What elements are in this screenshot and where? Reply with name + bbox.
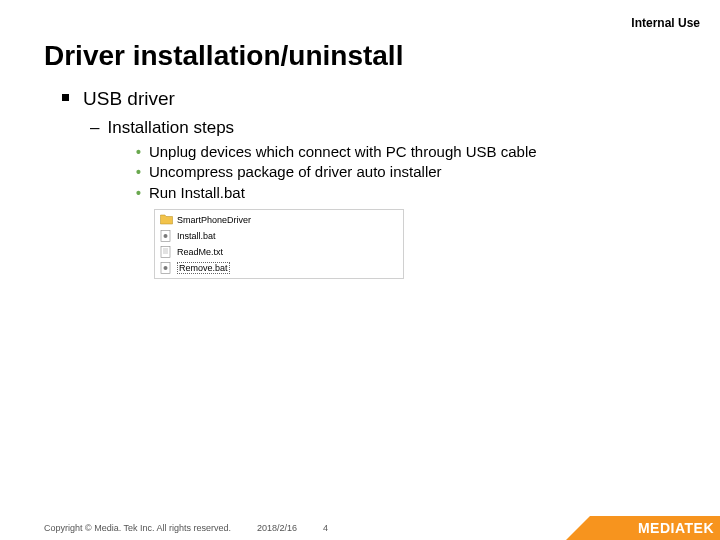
content-area: USB driver –Installation steps •Unplug d… [62,88,690,279]
svg-point-7 [164,266,168,270]
file-listing: SmartPhoneDriver Install.bat ReadMe.txt … [154,209,404,279]
lvl1-text: USB driver [83,88,175,109]
file-row: SmartPhoneDriver [155,212,403,228]
step-text: Uncompress package of driver auto instal… [149,163,442,180]
svg-point-1 [164,234,168,238]
classification-label: Internal Use [631,16,700,30]
file-row: Remove.bat [155,260,403,276]
brand-prefix: MEDIA [638,520,685,536]
dot-bullet-icon: • [136,184,141,203]
footer-date: 2018/2/16 [257,523,297,533]
step-item: •Run Install.bat [136,183,690,203]
bat-file-icon [159,262,173,274]
footer: Copyright © Media. Tek Inc. All rights r… [0,516,720,540]
dot-bullet-icon: • [136,143,141,162]
txt-file-icon [159,246,173,258]
svg-rect-2 [161,246,170,257]
page-title: Driver installation/uninstall [44,40,403,72]
copyright-text: Copyright © Media. Tek Inc. All rights r… [44,523,231,533]
dot-bullet-icon: • [136,163,141,182]
brand-suffix: TEK [685,520,715,536]
folder-icon [159,214,173,226]
step-item: •Unplug devices which connect with PC th… [136,142,690,162]
file-name: Install.bat [177,231,216,241]
bullet-level1: USB driver [62,88,690,110]
footer-left: Copyright © Media. Tek Inc. All rights r… [0,523,590,533]
bullet-level2: –Installation steps [90,118,690,138]
step-item: •Uncompress package of driver auto insta… [136,162,690,182]
file-row: Install.bat [155,228,403,244]
footer-page-number: 4 [323,523,328,533]
step-text: Unplug devices which connect with PC thr… [149,143,537,160]
brand-logo: MEDIATEK [590,516,720,540]
file-row: ReadMe.txt [155,244,403,260]
file-name: ReadMe.txt [177,247,223,257]
step-text: Run Install.bat [149,184,245,201]
file-name: Remove.bat [177,262,230,274]
square-bullet-icon [62,94,69,101]
dash-bullet-icon: – [90,118,99,138]
file-name: SmartPhoneDriver [177,215,251,225]
lvl2-text: Installation steps [107,118,234,137]
bat-file-icon [159,230,173,242]
brand-logo-text: MEDIATEK [638,520,714,536]
